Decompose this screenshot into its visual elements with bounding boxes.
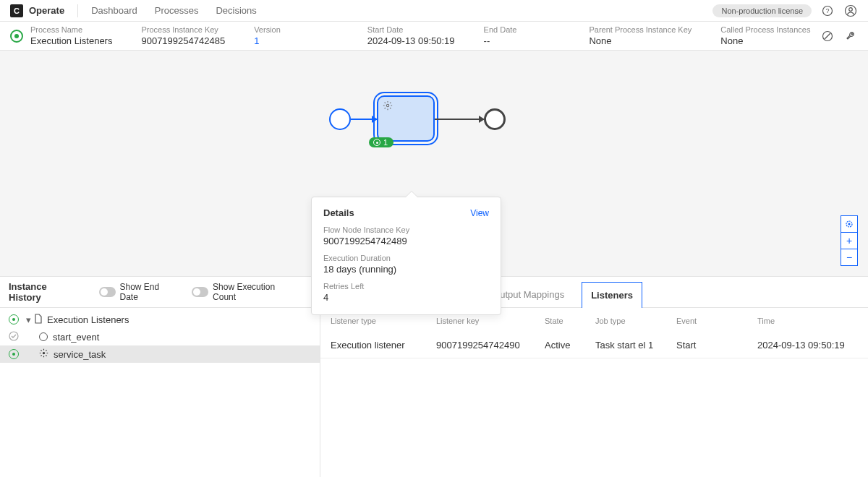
history-header: Instance History Show End Date Show Exec… xyxy=(0,277,320,308)
svg-line-5 xyxy=(825,33,830,39)
pop-lbl: Execution Duration xyxy=(323,254,489,262)
td: Execution listener xyxy=(331,340,436,351)
cancel-icon[interactable] xyxy=(820,29,835,43)
active-status-icon xyxy=(9,349,19,359)
instance-history-panel: Instance History Show End Date Show Exec… xyxy=(0,277,320,477)
zoom-in-button[interactable]: + xyxy=(841,232,858,249)
pop-lbl: Flow Node Instance Key xyxy=(323,225,489,234)
hcol-parent: Parent Process Instance Key None xyxy=(589,25,692,46)
lbl: End Date xyxy=(484,25,517,35)
caret-down-icon[interactable]: ▾ xyxy=(26,314,31,325)
tree-label: start_event xyxy=(53,332,99,343)
td: Active xyxy=(545,340,595,351)
hcol-called: Called Process Instances None xyxy=(720,25,810,46)
hcol-end: End Date -- xyxy=(484,25,517,46)
lbl: Parent Process Instance Key xyxy=(589,25,692,35)
table-row[interactable]: Execution listener 9007199254742490 Acti… xyxy=(320,332,868,358)
badge-count-value: 1 xyxy=(383,138,388,147)
val: None xyxy=(720,35,810,46)
lbl: Version xyxy=(254,25,281,35)
nav-decisions[interactable]: Decisions xyxy=(216,5,256,16)
th: Listener key xyxy=(436,317,545,325)
toggle-show-end-date[interactable] xyxy=(99,287,116,297)
bpmn-diagram[interactable]: 1 xyxy=(329,87,517,145)
svg-text:?: ? xyxy=(825,7,829,14)
tree-label: service_task xyxy=(54,349,106,360)
td: 2024-09-13 09:50:19 xyxy=(757,340,858,351)
gear-icon xyxy=(383,100,393,113)
top-nav: C Operate Dashboard Processes Decisions … xyxy=(0,0,868,22)
tab-listeners[interactable]: Listeners xyxy=(582,282,642,308)
topnav-right: Non-production license ? xyxy=(712,4,858,18)
history-title: Instance History xyxy=(9,281,79,303)
popover-view-link[interactable]: View xyxy=(470,208,489,218)
svg-point-3 xyxy=(849,7,853,11)
lbl: Start Date xyxy=(367,25,455,35)
license-badge[interactable]: Non-production license xyxy=(712,4,812,17)
tree-row-root[interactable]: ▾ Execution Listeners xyxy=(0,311,320,328)
val: 9007199254742485 xyxy=(141,35,225,46)
popover-title: Details xyxy=(323,207,354,218)
pop-val: 9007199254742489 xyxy=(323,236,489,246)
toggle-lbl: Show Execution Count xyxy=(213,282,297,302)
bpmn-end-event[interactable] xyxy=(484,108,506,130)
app-name: Operate xyxy=(29,5,64,16)
hcol-start: Start Date 2024-09-13 09:50:19 xyxy=(367,25,455,46)
nav-processes[interactable]: Processes xyxy=(155,5,199,16)
reset-view-button[interactable] xyxy=(841,215,858,233)
hcol-version: Version 1 xyxy=(254,25,281,46)
pop-val: 18 days (running) xyxy=(323,264,489,275)
version-link[interactable]: 1 xyxy=(254,35,281,46)
sequence-flow-icon xyxy=(435,119,484,120)
listeners-table: Listener type Listener key State Job typ… xyxy=(320,308,868,477)
pop-val: 4 xyxy=(323,292,489,303)
file-icon xyxy=(34,314,43,326)
val: 2024-09-13 09:50:19 xyxy=(367,35,455,46)
active-instance-badge[interactable]: 1 xyxy=(369,137,393,147)
pop-lbl: Retries Left xyxy=(323,282,489,291)
svg-point-6 xyxy=(386,104,389,107)
sequence-flow-icon xyxy=(351,119,377,120)
tree-row-start-event[interactable]: start_event xyxy=(0,328,320,345)
bpmn-start-event[interactable] xyxy=(329,108,351,130)
hcol-instance-key: Process Instance Key 9007199254742485 xyxy=(141,25,225,46)
svg-point-8 xyxy=(848,223,851,225)
svg-point-9 xyxy=(9,332,18,340)
bpmn-service-task[interactable] xyxy=(377,95,435,142)
nav-links: Dashboard Processes Decisions xyxy=(91,5,257,16)
zoom-out-button[interactable]: − xyxy=(841,249,858,266)
th: Job type xyxy=(595,317,676,325)
td: Task start el 1 xyxy=(595,340,676,351)
help-icon[interactable]: ? xyxy=(820,4,835,18)
td: 9007199254742490 xyxy=(436,340,545,351)
details-popover: Details View Flow Node Instance Key 9007… xyxy=(311,197,501,315)
active-status-icon xyxy=(9,314,19,325)
diagram-controls: + − xyxy=(841,216,858,266)
start-event-icon xyxy=(39,332,48,341)
status-active-icon xyxy=(10,30,23,43)
val: None xyxy=(589,35,692,46)
history-tree: ▾ Execution Listeners start_event xyxy=(0,308,320,363)
hcol-process-name: Process Name Execution Listeners xyxy=(30,25,112,46)
gear-icon xyxy=(39,348,48,360)
user-icon[interactable] xyxy=(843,4,858,18)
th: Listener type xyxy=(331,317,436,325)
lbl: Process Name xyxy=(30,25,112,35)
header-actions xyxy=(820,29,858,43)
check-icon xyxy=(9,331,19,343)
tree-row-service-task[interactable]: service_task xyxy=(0,345,320,363)
td: Start xyxy=(676,340,757,351)
app-logo: C xyxy=(10,4,23,17)
val: -- xyxy=(484,35,517,46)
nav-dashboard[interactable]: Dashboard xyxy=(91,5,137,16)
wrench-icon[interactable] xyxy=(843,29,858,43)
th: Time xyxy=(757,317,858,325)
val: Execution Listeners xyxy=(30,35,112,46)
lbl: Called Process Instances xyxy=(720,25,810,35)
toggle-show-exec-count[interactable] xyxy=(192,287,208,297)
instance-header: Process Name Execution Listeners Process… xyxy=(0,22,868,51)
nav-divider xyxy=(77,4,78,17)
toggle-lbl: Show End Date xyxy=(120,282,178,302)
diagram-area: 1 Details View Flow Node Instance Key 90… xyxy=(0,51,868,276)
lbl: Process Instance Key xyxy=(141,25,225,35)
